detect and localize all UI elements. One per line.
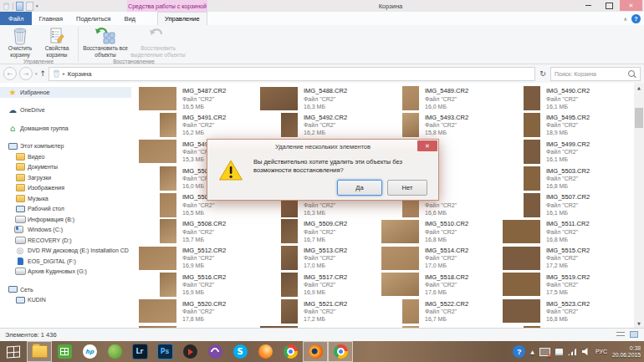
tab-share[interactable]: Поделиться (69, 12, 117, 25)
sidebar-item[interactable]: Музыка (0, 193, 131, 204)
file-explorer[interactable] (27, 341, 52, 362)
hidden-icons-chevron-icon[interactable]: ▲ (530, 349, 534, 354)
language-indicator[interactable]: РУС (595, 349, 607, 354)
green-app[interactable] (102, 341, 127, 362)
tab-manage[interactable]: Управление (157, 12, 207, 25)
file-item[interactable]: IMG_5489.CR2Файл "CR2"16,0 МБ (379, 85, 500, 112)
scroll-down-icon[interactable]: ▼ (634, 319, 644, 328)
sidebar-item[interactable]: ☁OneDrive (0, 105, 131, 116)
file-item[interactable]: IMG_5521.CR2Файл "CR2"17,2 МБ (258, 298, 379, 324)
sidebar-item[interactable]: Сеть (0, 284, 131, 295)
file-item[interactable]: IMG_5499.CR2Файл "CR2"16,1 МБ (500, 139, 621, 166)
action-center-icon[interactable] (555, 349, 563, 355)
file-item[interactable]: IMG_5516.CR2Файл "CR2"16,9 МБ (136, 272, 258, 298)
hp-app[interactable]: hp (77, 341, 102, 362)
restore-all-button[interactable]: Восстановить все объекты (81, 26, 130, 58)
qat-button-2[interactable] (26, 2, 33, 11)
recent-locations-icon[interactable]: ▾ (35, 71, 38, 76)
help-tray-icon[interactable]: ? (513, 345, 525, 358)
file-item[interactable]: IMG_5487.CR2Файл "CR2"16,5 МБ (136, 85, 258, 112)
file-item[interactable]: IMG_5510.CR2Файл "CR2"16,8 МБ (379, 218, 500, 245)
tab-home[interactable]: Главная (32, 12, 69, 25)
file-item[interactable]: IMG_5519.CR2Файл "CR2"17,5 МБ (500, 272, 621, 298)
sidebar-item[interactable]: Windows (C:) (0, 225, 131, 236)
sidebar-item[interactable]: Загрузки (0, 172, 131, 183)
restore-selected-button[interactable]: Восстановить выделенные объекты (130, 26, 187, 58)
file-item[interactable]: IMG_5490.CR2Файл "CR2"16,1 МБ (500, 85, 621, 112)
file-item[interactable]: IMG_5517.CR2Файл "CR2"16,9 МБ (258, 272, 379, 298)
file-item[interactable]: IMG_5493.CR2Файл "CR2"15,8 МБ (379, 112, 500, 139)
firefox[interactable] (303, 341, 328, 362)
sidebar-item[interactable]: RECOVERY (D:) (0, 235, 131, 246)
sidebar-item[interactable]: Архив Кудиновых (G:) (0, 267, 131, 278)
chrome[interactable] (278, 341, 303, 362)
collapse-ribbon-icon[interactable]: ∧ (624, 16, 627, 22)
file-item[interactable]: IMG_5495.CR2Файл "CR2"18,9 МБ (500, 112, 621, 139)
file-item[interactable]: IMG_5523.CR2Файл "CR2"16,8 МБ (500, 298, 621, 324)
yes-button[interactable]: Да (337, 180, 382, 196)
volume-icon[interactable] (582, 348, 590, 355)
sidebar-item[interactable]: Этот компьютер (0, 141, 131, 152)
file-item[interactable]: IMG_5520.CR2Файл "CR2"17,8 МБ (136, 298, 258, 324)
clock[interactable]: 0:38 20.06.2015 (612, 345, 641, 359)
scrollbar-thumb[interactable] (635, 108, 643, 128)
qat-button-1[interactable] (16, 2, 23, 11)
file-item[interactable]: IMG_5513.CR2Файл "CR2"17,0 МБ (258, 245, 379, 272)
details-view-icon[interactable] (616, 330, 626, 339)
file-item[interactable]: IMG_5514.CR2Файл "CR2"17,0 МБ (379, 245, 500, 272)
file-item[interactable]: IMG_5503.CR2Файл "CR2"16,8 МБ (500, 165, 621, 191)
close-button[interactable] (620, 0, 642, 11)
dialog-close-button[interactable] (417, 140, 437, 151)
sidebar-item[interactable]: ★Избранное (0, 87, 131, 98)
sidebar-item[interactable]: EOS_DIGITAL (F:) (0, 256, 131, 267)
search-input[interactable] (551, 71, 628, 77)
breadcrumb[interactable]: ▸ Корзина (49, 67, 535, 81)
qat-dropdown-icon[interactable]: ▾ (36, 3, 38, 8)
file-item[interactable]: IMG_5522.CR2Файл "CR2"16,7 МБ (379, 298, 500, 324)
file-item[interactable]: IMG_5515.CR2Файл "CR2"17,2 МБ (500, 245, 621, 272)
network-status-icon[interactable] (539, 348, 550, 356)
sidebar-item[interactable]: KUDIN (0, 295, 131, 306)
file-item[interactable]: IMG_5492.CR2Файл "CR2"16,2 МБ (258, 112, 379, 139)
file-item[interactable]: IMG_5488.CR2Файл "CR2"16,3 МБ (258, 85, 379, 112)
skype[interactable]: S (227, 341, 253, 362)
sidebar-item[interactable]: Видео (0, 151, 131, 162)
forward-button[interactable]: → (19, 67, 33, 80)
thumbnails-view-icon[interactable] (629, 330, 639, 339)
scrollbar[interactable]: ▲ ▼ (634, 83, 644, 328)
start-button[interactable] (0, 341, 27, 362)
sidebar-item[interactable]: Изображения (0, 183, 131, 194)
file-item[interactable]: IMG_5509.CR2Файл "CR2"16,7 МБ (258, 218, 379, 245)
file-item[interactable]: IMG_5508.CR2Файл "CR2"15,7 МБ (136, 218, 258, 245)
tab-view[interactable]: Вид (117, 12, 142, 25)
file-item[interactable]: IMG_5512.CR2Файл "CR2"16,9 МБ (136, 245, 258, 272)
up-button[interactable]: ↑ (40, 69, 47, 78)
no-button[interactable]: Нет (387, 180, 427, 196)
sidebar-item[interactable]: Информация (B:) (0, 214, 131, 225)
minimize-button[interactable] (578, 0, 599, 11)
sidebar-item[interactable]: ⌂Домашняя группа (0, 123, 131, 134)
file-item[interactable]: IMG_5518.CR2Файл "CR2"17,6 МБ (379, 272, 500, 298)
help-icon[interactable]: ? (631, 14, 641, 23)
signal-icon[interactable] (568, 348, 577, 355)
tab-file[interactable]: Файл (0, 12, 32, 25)
windows-store[interactable] (52, 341, 77, 362)
scroll-up-icon[interactable]: ▲ (634, 83, 644, 92)
empty-recycle-bin-button[interactable]: Очистить корзину (2, 26, 38, 58)
recycle-bin-properties-button[interactable]: Свойства корзины (38, 26, 75, 58)
photoshop[interactable]: Ps (152, 341, 177, 362)
sidebar-item[interactable]: ◎DVD RW дисковод (E:) Installation CD (0, 246, 131, 257)
file-item[interactable]: IMG_5511.CR2Файл "CR2"16,8 МБ (500, 218, 621, 245)
media-app[interactable] (177, 341, 202, 362)
sidebar-item[interactable]: Документы (0, 162, 131, 173)
file-item[interactable]: IMG_5491.CR2Файл "CR2"16,2 МБ (136, 112, 258, 139)
viber[interactable] (202, 341, 227, 362)
lightroom[interactable]: Lr (127, 341, 152, 362)
maximize-button[interactable] (599, 0, 620, 11)
chrome-2[interactable] (328, 341, 353, 362)
breadcrumb-location[interactable]: Корзина (68, 70, 92, 78)
sidebar-item[interactable]: Рабочий стол (0, 204, 131, 215)
search-icon[interactable] (628, 70, 635, 77)
orange-app[interactable] (253, 341, 278, 362)
back-button[interactable]: ← (3, 67, 17, 80)
